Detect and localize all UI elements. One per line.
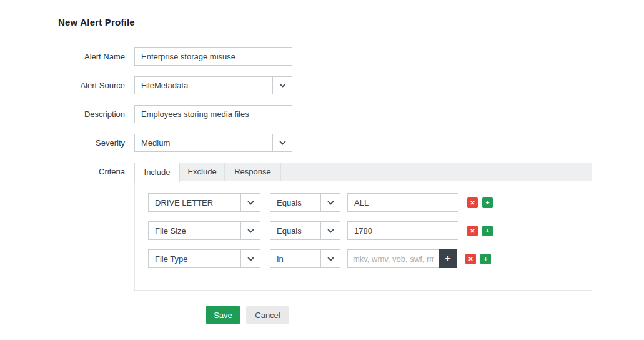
severity-value: Medium — [141, 138, 170, 148]
criteria-operator-value-2: Equals — [277, 226, 302, 236]
criteria-label: Criteria — [58, 162, 125, 181]
form-row-description: Description — [58, 105, 644, 123]
remove-x-icon: ✕ — [470, 199, 475, 206]
criteria-value-input-3[interactable] — [347, 249, 439, 268]
title-divider — [58, 34, 592, 34]
alert-source-select[interactable]: FileMetadata — [134, 76, 292, 94]
tab-include[interactable]: Include — [134, 162, 180, 182]
chevron-down-icon — [240, 194, 260, 211]
criteria-value-input-2[interactable] — [347, 221, 458, 240]
chevron-down-icon — [272, 134, 292, 151]
save-button[interactable]: Save — [206, 306, 240, 324]
chevron-down-icon — [320, 250, 340, 268]
criteria-row-1: DRIVE LETTER Equals ✕ — [148, 193, 592, 212]
criteria-operator-select-1[interactable]: Equals — [270, 193, 340, 212]
chevron-down-icon — [240, 250, 260, 268]
criteria-field-select-2[interactable]: File Size — [148, 221, 260, 240]
criteria-operator-value-3: In — [277, 254, 284, 264]
add-plus-icon: + — [484, 256, 488, 262]
criteria-field-select-3[interactable]: File Type — [148, 249, 260, 268]
alert-name-input[interactable] — [134, 48, 292, 66]
add-criteria-button-2[interactable]: + — [482, 226, 493, 236]
description-label: Description — [58, 105, 125, 123]
chevron-down-icon — [320, 194, 340, 211]
criteria-row-2: File Size Equals ✕ — [148, 221, 592, 240]
chevron-down-icon — [240, 222, 260, 239]
alert-source-label: Alert Source — [58, 76, 125, 94]
criteria-box: Include Exclude Response DRIVE LETTER Eq… — [134, 162, 592, 291]
criteria-value-input-1[interactable] — [347, 193, 458, 212]
form-row-criteria: Criteria Include Exclude Response DRIVE … — [58, 162, 644, 291]
criteria-panel: DRIVE LETTER Equals ✕ — [134, 181, 592, 291]
remove-x-icon: ✕ — [470, 228, 475, 234]
add-criteria-button-1[interactable]: + — [482, 198, 493, 208]
new-alert-profile-page: New Alert Profile Alert Name Alert Sourc… — [0, 0, 644, 324]
criteria-field-value-2: File Size — [155, 226, 186, 236]
form-actions: Save Cancel — [206, 306, 644, 324]
form-row-alert-name: Alert Name — [58, 48, 644, 66]
chevron-down-icon — [272, 77, 292, 94]
alert-name-label: Alert Name — [58, 48, 125, 66]
tag-add-plus-icon: + — [445, 253, 450, 264]
remove-x-icon: ✕ — [468, 256, 473, 262]
criteria-operator-select-3[interactable]: In — [270, 249, 340, 268]
tag-add-button[interactable]: + — [439, 249, 457, 268]
criteria-operator-value-1: Equals — [277, 198, 302, 208]
severity-select[interactable]: Medium — [134, 134, 292, 152]
remove-criteria-button-3[interactable]: ✕ — [465, 254, 476, 264]
add-criteria-button-3[interactable]: + — [480, 254, 491, 264]
criteria-field-value-3: File Type — [155, 254, 188, 264]
description-input[interactable] — [134, 105, 292, 123]
form-row-alert-source: Alert Source FileMetadata — [58, 76, 644, 94]
criteria-tag-input-group: + — [347, 249, 457, 268]
criteria-field-select-1[interactable]: DRIVE LETTER — [148, 193, 260, 212]
criteria-field-value-1: DRIVE LETTER — [155, 198, 213, 208]
severity-label: Severity — [58, 134, 125, 152]
criteria-row-3: File Type In + — [148, 249, 592, 268]
remove-criteria-button-1[interactable]: ✕ — [467, 198, 478, 208]
chevron-down-icon — [320, 222, 340, 239]
page-title: New Alert Profile — [58, 17, 644, 28]
form-row-severity: Severity Medium — [58, 134, 644, 152]
tab-exclude[interactable]: Exclude — [180, 162, 225, 181]
criteria-tabbar: Include Exclude Response — [134, 162, 592, 181]
tab-response[interactable]: Response — [225, 162, 281, 181]
alert-source-value: FileMetadata — [141, 81, 188, 90]
add-plus-icon: + — [486, 199, 490, 206]
remove-criteria-button-2[interactable]: ✕ — [467, 226, 478, 236]
criteria-operator-select-2[interactable]: Equals — [270, 221, 340, 240]
cancel-button[interactable]: Cancel — [246, 306, 289, 324]
add-plus-icon: + — [486, 228, 490, 234]
